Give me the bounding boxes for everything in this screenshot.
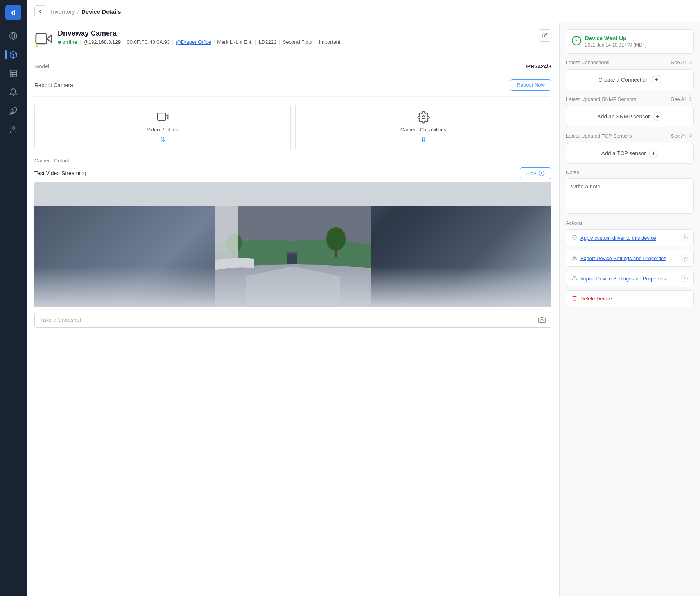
device-mac: 00:0F:FC:40:0A:93 [127,39,170,45]
video-svg [34,206,551,307]
svg-rect-32 [215,253,238,268]
video-top-bar [34,182,551,206]
reboot-button[interactable]: Reboot Now [510,79,551,91]
tcp-title: Latest Updated TCP Sensors [566,133,632,139]
sidebar-item-notifications[interactable] [5,84,21,100]
svg-line-22 [293,266,301,307]
delete-device-action[interactable]: Delete Device [566,290,694,307]
video-container [34,182,551,307]
sidebar-item-integrations[interactable] [5,103,21,119]
svg-point-34 [574,237,575,238]
video-icon [156,111,169,124]
notes-textarea[interactable] [566,178,694,214]
svg-rect-11 [36,34,47,44]
device-icon-wrap: ⚡ [34,29,53,48]
svg-point-13 [422,116,425,119]
edit-button[interactable] [539,29,551,42]
sidebar-item-inventory[interactable] [5,47,21,63]
camera-capabilities-card[interactable]: Camera Capabilities ⇅ [295,103,551,151]
breadcrumb: Inventory / Device Details [51,8,121,15]
lightning-badge: ⚡ [34,44,39,48]
device-tag: Important [319,39,340,45]
up-arrow-icon [574,38,579,43]
breadcrumb-parent[interactable]: Inventory [51,8,75,15]
svg-rect-31 [215,206,238,253]
cards-row: Video Profiles ⇅ Camera Capabilities ⇅ [34,103,551,151]
device-org[interactable]: @Draper Office [176,39,211,45]
device-location2: Second Floor [283,39,313,45]
event-icon [572,36,581,45]
breadcrumb-separator: / [77,8,79,15]
actions-label: Actions [566,220,694,226]
export-settings-action[interactable]: Export Device Settings and Properties ? [566,250,694,267]
chevron-right-icon [687,59,694,65]
connections-see-all[interactable]: See All [671,59,694,65]
import-settings-label: Import Device Settings and Properties [580,276,666,282]
tcp-see-all[interactable]: See All [671,133,694,139]
apply-driver-help[interactable]: ? [681,234,688,241]
notes-section: Notes [566,169,694,215]
sidebar-item-globe[interactable] [5,28,21,44]
svg-rect-30 [286,252,298,254]
svg-rect-29 [287,253,297,264]
settings-icon [417,111,430,124]
import-settings-help[interactable]: ? [681,275,688,282]
device-name: Driveway Camera [58,29,340,38]
delete-device-label: Delete Device [580,296,612,302]
add-snmp-label: Add an SNMP sensor [597,113,650,120]
event-time: 2021 Jun 14 10:31 PM (MDT) [585,42,647,48]
test-streaming-label: Test Video Streaming [34,170,86,176]
svg-marker-15 [541,172,543,174]
sidebar-item-users[interactable] [5,122,21,138]
breadcrumb-current: Device Details [81,8,121,15]
device-group: Merit Li-Lin Ent. [217,39,253,45]
camera-output-label: Camera Output [34,158,551,163]
create-connection-icon: + [652,75,661,84]
model-value: IPR7424/8 [526,63,551,70]
video-profiles-label: Video Profiles [147,127,178,133]
connections-header: Latest Connections See All [566,59,694,65]
add-tcp-icon: + [649,149,658,158]
device-content: Model IPR7424/8 Reboot Camera Reboot Now… [27,53,559,334]
svg-line-24 [324,268,348,307]
snapshot-input[interactable]: Take a Snapshot [34,312,551,328]
chevron-right-tcp-icon [687,133,694,139]
play-button[interactable]: Play [520,167,551,179]
right-panel: Device Went Up 2021 Jun 14 10:31 PM (MDT… [559,23,700,596]
snapshot-row: Take a Snapshot [34,312,551,328]
add-snmp-card[interactable]: Add an SNMP sensor + [566,106,694,127]
create-connection-card[interactable]: Create a Connection + [566,69,694,90]
connections-title: Latest Connections [566,59,609,65]
add-tcp-card[interactable]: Add a TCP sensor + [566,143,694,164]
apply-driver-action[interactable]: Apply custom driver to this device ? [566,229,694,246]
create-connection-label: Create a Connection [598,77,648,83]
device-location1: LD2222 [259,39,277,45]
snmp-see-all[interactable]: See All [671,96,694,102]
import-settings-action[interactable]: Import Device Settings and Properties ? [566,270,694,287]
video-profiles-card[interactable]: Video Profiles ⇅ [34,103,291,151]
event-title: Device Went Up [585,35,647,41]
svg-line-20 [254,268,262,307]
actions-section: Actions Apply custom driver to this devi… [566,220,694,307]
video-profiles-arrow: ⇅ [160,136,165,143]
app-logo[interactable]: d [5,5,21,20]
download-action-icon [572,255,577,262]
svg-rect-26 [335,249,337,257]
export-settings-help[interactable]: ? [681,255,688,262]
apply-driver-label: Apply custom driver to this device [580,235,656,241]
snapshot-placeholder: Take a Snapshot [40,317,81,323]
event-card: Device Went Up 2021 Jun 14 10:31 PM (MDT… [566,29,694,54]
event-details: Device Went Up 2021 Jun 14 10:31 PM (MDT… [585,35,647,48]
sidebar-item-table[interactable] [5,66,21,81]
notes-label: Notes [566,169,694,175]
test-streaming-row: Test Video Streaming Play [34,167,551,179]
device-info: Driveway Camera online | @192.168.3.129 … [58,29,340,45]
add-snmp-icon: + [653,112,662,121]
back-button[interactable] [34,5,46,17]
content-area: ⚡ Driveway Camera online | @192.168.3.12… [27,23,700,596]
svg-rect-4 [10,70,17,77]
reboot-label: Reboot Camera [34,82,73,88]
camera-capabilities-arrow: ⇅ [421,136,426,143]
chevron-right-snmp-icon [687,96,694,102]
model-row: Model IPR7424/8 [34,59,551,74]
